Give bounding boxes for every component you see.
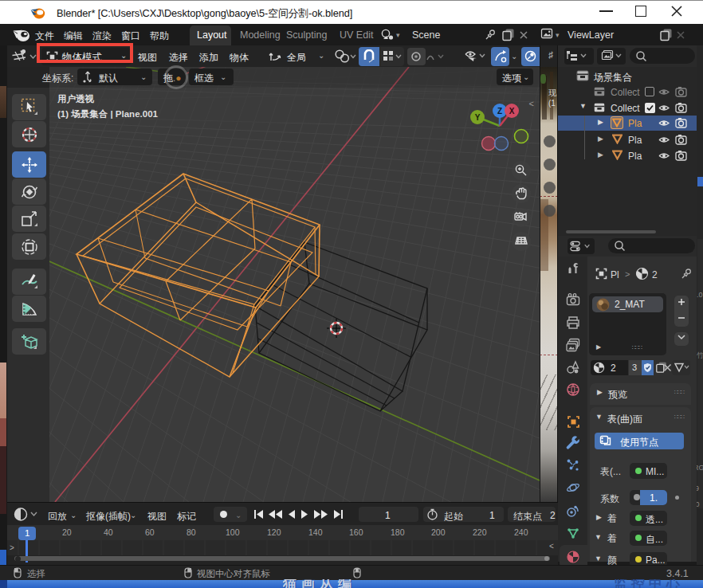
svg-text:<: < [529,99,534,108]
svg-text:(1) 场景集合 | Plane.001: (1) 场景集合 | Plane.001 [57,109,159,119]
svg-text:用户透视: 用户透视 [57,94,95,104]
svg-text:Y: Y [475,113,481,122]
svg-text:X: X [509,107,515,116]
svg-text:Z: Z [497,107,502,116]
